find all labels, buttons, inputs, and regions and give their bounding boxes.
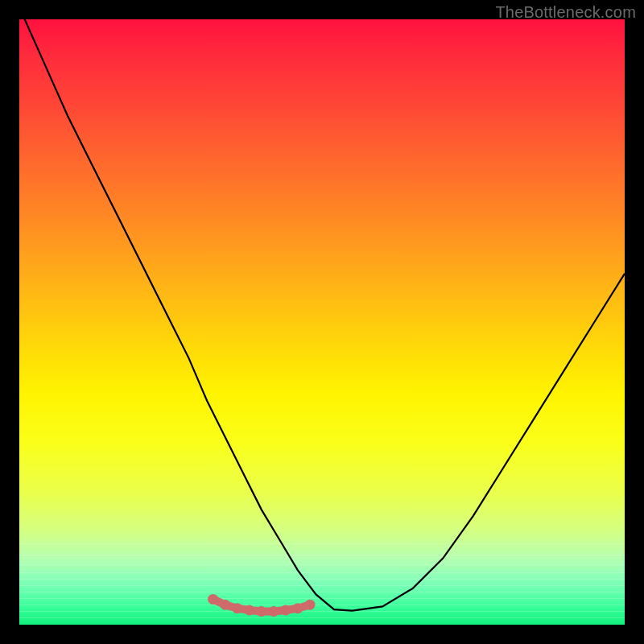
plot-area	[19, 19, 625, 625]
chart-frame: TheBottleneck.com	[0, 0, 644, 644]
watermark-text: TheBottleneck.com	[495, 3, 636, 22]
curve-svg	[19, 19, 625, 625]
bottleneck-curve-path	[19, 19, 625, 611]
